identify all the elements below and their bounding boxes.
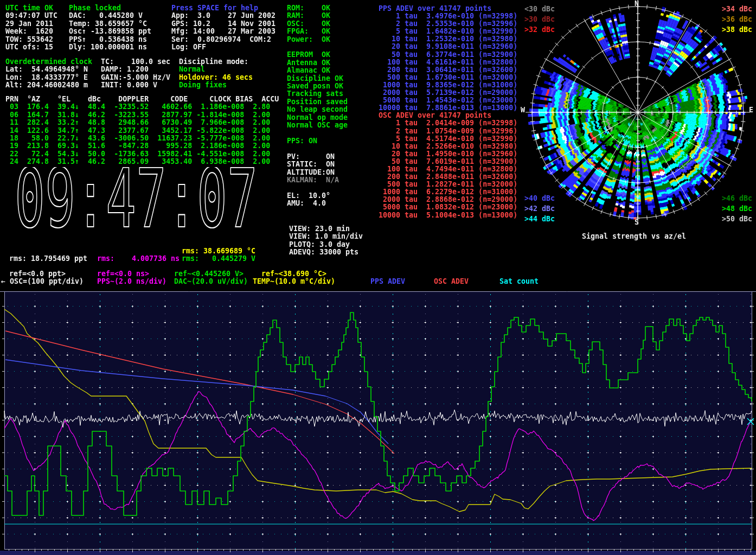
compass-south-label: S bbox=[635, 219, 639, 226]
discipline-mode-block: Discipline mode:NormalHoldover: 46 secsD… bbox=[179, 58, 253, 90]
osc-adev-legend-label: OSC ADEV bbox=[434, 278, 469, 285]
dbc-legend-se: >46 dBc>48 dBc>50 dBc bbox=[722, 193, 752, 224]
rms-dac-readout: rms: 0.445279 V bbox=[182, 255, 255, 263]
compass-north-label: N bbox=[635, 0, 639, 8]
satellite-table: PRN °AZ °EL dBc DOPPLER CODE CLOCK BIAS … bbox=[5, 95, 279, 166]
sat-count-legend-label: Sat count bbox=[499, 278, 539, 285]
big-digital-clock: 09:47:07 bbox=[13, 167, 268, 235]
big-clock-digits: 09:47:07 bbox=[15, 167, 258, 235]
view-settings-block: VIEW: 23.0 minVIEW: 1.0 min/divPLOTQ: 3.… bbox=[289, 225, 363, 257]
compass-west-label: W bbox=[521, 106, 525, 114]
osc-scale-label: ← OSC=(100 ppt/div) bbox=[1, 278, 84, 285]
receiver-status-block: ROM: OKRAM: OKOSC: OKFPGA: OKPower: OK E… bbox=[287, 4, 348, 208]
rms-pps-readout: rms: 4.007736 ns bbox=[97, 255, 180, 263]
pps-adev-legend-label: PPS ADEV bbox=[370, 278, 405, 285]
rms-osc-readout: rms: 18.795469 ppt bbox=[9, 255, 87, 263]
help-version-block: Press SPACE for helpApp: 3.0 27 Jun 2002… bbox=[171, 4, 276, 51]
temp-scale-label: TEMP~(10.0 m°C/div) bbox=[253, 278, 335, 285]
pps-scale-label: PPS~(2.0 ns/div) bbox=[97, 278, 166, 285]
position-block: Overdetermined clockLat: 54.4964948° NLo… bbox=[5, 58, 92, 90]
polar-plot-caption: Signal strength vs az/el bbox=[582, 233, 686, 240]
utc-time-block: UTC time OK09:47:07 UTC29 Jan 2011Week: … bbox=[5, 4, 57, 51]
dbc-legend-ne: >34 dBc>36 dBc>38 dBc bbox=[722, 4, 752, 35]
dac-scale-label: DAC~(20.0 uV/div) bbox=[174, 278, 248, 285]
loop-params-block: TC: 100.0 secDAMP: 1.200GAIN:-5.000 Hz/V… bbox=[101, 58, 170, 90]
adev-tables: PPS ADEV over 41747 points 1 tau 3.4976e… bbox=[379, 5, 517, 219]
dbc-legend-sw: >40 dBc>42 dBc>44 dBc bbox=[524, 193, 555, 224]
dbc-legend-nw: <30 dBc>30 dBc>32 dBc bbox=[524, 4, 555, 35]
oscillator-state-block: Phase lockedDAC: 0.445280 VTemp: 38.6596… bbox=[69, 4, 151, 51]
compass-east-label: E bbox=[749, 106, 753, 114]
